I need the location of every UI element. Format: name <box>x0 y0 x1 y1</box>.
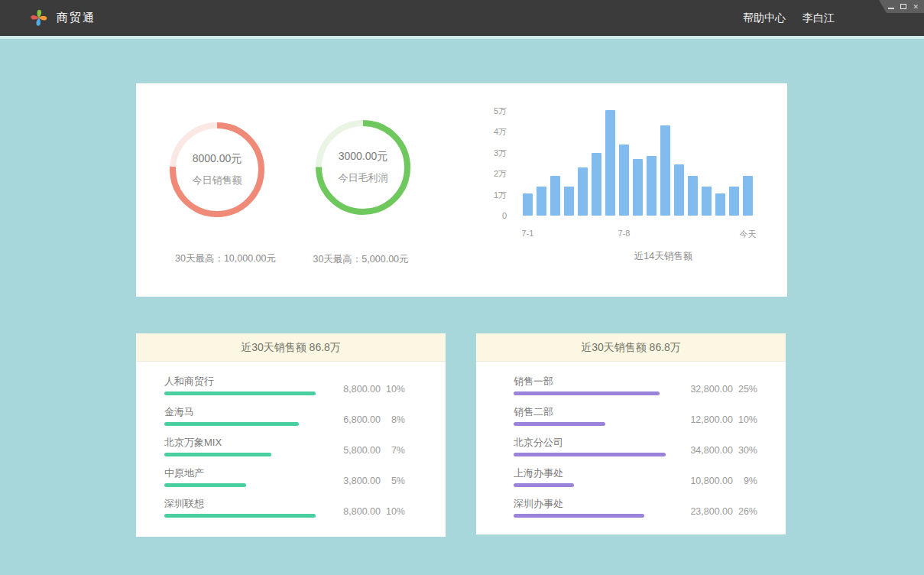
bar <box>550 176 560 216</box>
row-percent: 26% <box>733 506 757 517</box>
row-progress-bar <box>164 453 271 456</box>
row-percent: 25% <box>733 384 757 395</box>
row-amount: 12,800.00 <box>690 414 733 425</box>
maximize-button[interactable] <box>900 2 906 11</box>
list-row: 上海办事处10,800.009% <box>514 466 757 496</box>
list-row: 金海马6,800.008% <box>164 404 405 435</box>
row-percent: 10% <box>381 506 405 517</box>
department-rows: 销售一部32,800.0025%销售二部12,800.0010%北京分公司34,… <box>476 362 786 527</box>
list-row: 销售二部12,800.0010% <box>514 404 757 435</box>
customer-rows: 人和商贸行8,800.0010%金海马6,800.008%北京万象MIX5,80… <box>136 362 446 527</box>
bar <box>605 110 615 216</box>
list-row: 北京分公司34,800.0030% <box>514 435 757 466</box>
bar <box>688 176 698 216</box>
overview-card: 8000.00元 今日销售额 30天最高：10,000.00元 3000.00元… <box>136 83 787 297</box>
list-row: 深圳联想8,800.0010% <box>164 496 405 527</box>
row-progress-bar <box>514 453 666 456</box>
x-axis-label: 7-1 <box>511 229 545 238</box>
department-sales-card: 近30天销售额 86.8万 销售一部32,800.0025%销售二部12,800… <box>476 333 786 534</box>
minimize-icon <box>888 8 894 9</box>
sales-14d-bar-chart: 近14天销售额 5万4万3万2万1万07-17-8今天 <box>484 97 787 296</box>
y-axis-tick: 2万 <box>484 168 507 179</box>
row-percent: 10% <box>381 384 405 395</box>
today-sales-gauge: 8000.00元 今日销售额 <box>168 121 266 219</box>
app-title: 商贸通 <box>57 11 96 25</box>
row-amount: 3,800.00 <box>343 476 381 486</box>
today-sales-value: 8000.00元 <box>193 152 242 166</box>
y-axis-tick: 4万 <box>484 126 507 137</box>
row-value: 32,800.0025% <box>690 384 757 395</box>
y-axis-tick: 0 <box>484 210 507 221</box>
row-value: 34,800.0030% <box>690 445 757 456</box>
row-percent: 9% <box>733 476 757 486</box>
row-value: 10,800.009% <box>690 476 757 486</box>
bar <box>564 187 574 216</box>
row-amount: 8,800.00 <box>343 384 381 395</box>
bar <box>702 187 712 216</box>
customer-sales-card: 近30天销售额 86.8万 人和商贸行8,800.0010%金海马6,800.0… <box>136 333 446 537</box>
bar-chart-caption: 近14天销售额 <box>579 250 747 263</box>
row-value: 3,800.005% <box>343 476 405 486</box>
row-percent: 10% <box>733 414 757 425</box>
row-progress-bar <box>164 514 316 518</box>
row-value: 12,800.0010% <box>690 414 757 425</box>
row-amount: 5,800.00 <box>343 445 381 456</box>
bar <box>633 159 643 216</box>
row-percent: 8% <box>381 414 405 425</box>
user-menu[interactable]: 李白江 <box>802 11 835 25</box>
row-value: 8,800.0010% <box>343 506 405 517</box>
bar-chart-plot <box>523 110 753 216</box>
list-row: 深圳办事处23,800.0026% <box>514 496 757 527</box>
row-progress-bar <box>514 514 644 518</box>
bar <box>619 145 629 216</box>
profit-30d-max-caption: 30天最高：5,000.00元 <box>277 253 445 266</box>
list-row: 中原地产3,800.005% <box>164 466 405 496</box>
row-amount: 8,800.00 <box>343 506 381 517</box>
help-center-link[interactable]: 帮助中心 <box>743 11 786 25</box>
bar <box>729 187 739 216</box>
minimize-button[interactable] <box>888 2 894 11</box>
x-axis-label: 7-8 <box>608 229 641 238</box>
bar <box>743 176 753 216</box>
today-profit-label: 今日毛利润 <box>339 171 388 185</box>
y-axis-tick: 3万 <box>484 148 507 158</box>
row-value: 8,800.0010% <box>343 384 405 395</box>
maximize-icon <box>900 4 906 9</box>
customer-card-title: 近30天销售额 86.8万 <box>136 333 446 362</box>
window-controls: ✕ <box>879 0 924 13</box>
row-amount: 6,800.00 <box>343 414 381 425</box>
today-sales-label: 今日销售额 <box>193 174 242 187</box>
row-progress-bar <box>514 391 660 395</box>
title-bar: 商贸通 帮助中心 李白江 ✕ <box>0 0 924 36</box>
y-axis-tick: 1万 <box>484 190 507 200</box>
row-value: 5,800.007% <box>343 445 405 456</box>
titlebar-nav: 帮助中心 李白江 <box>743 11 835 25</box>
row-progress-bar <box>514 422 605 426</box>
row-percent: 7% <box>381 445 405 456</box>
row-progress-bar <box>514 483 574 487</box>
close-button[interactable]: ✕ <box>913 2 919 11</box>
app-logo-icon <box>29 8 49 28</box>
today-profit-value: 3000.00元 <box>339 150 388 164</box>
list-row: 北京万象MIX5,800.007% <box>164 435 405 466</box>
y-axis-tick: 5万 <box>484 106 507 116</box>
titlebar-highlight-strip <box>0 36 924 39</box>
row-amount: 10,800.00 <box>690 476 733 486</box>
bar <box>537 187 546 216</box>
row-progress-bar <box>164 391 316 395</box>
row-progress-bar <box>164 483 246 487</box>
department-card-title: 近30天销售额 86.8万 <box>476 333 786 362</box>
bar <box>523 193 533 216</box>
row-amount: 34,800.00 <box>690 445 733 456</box>
bar <box>578 167 588 216</box>
row-value: 6,800.008% <box>343 414 405 425</box>
row-value: 23,800.0026% <box>690 506 757 517</box>
list-row: 人和商贸行8,800.0010% <box>164 374 405 404</box>
row-percent: 30% <box>733 445 757 456</box>
bar <box>592 153 601 216</box>
bar <box>647 156 657 216</box>
bar <box>660 125 670 216</box>
bar <box>715 193 725 216</box>
bar <box>674 164 684 216</box>
row-amount: 23,800.00 <box>690 506 733 517</box>
